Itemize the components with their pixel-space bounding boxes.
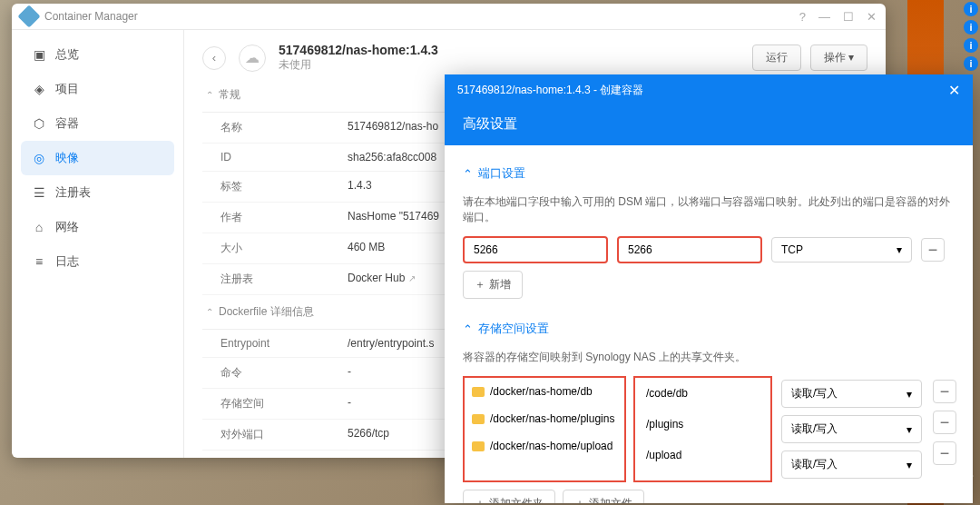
sidebar-item-image[interactable]: ◎映像 [21,141,174,175]
network-icon: ⌂ [32,220,46,234]
mount-path-input[interactable] [637,443,769,467]
detail-label: 对外端口 [220,427,348,442]
external-link-icon[interactable]: ↗ [408,273,416,283]
volume-section-header[interactable]: ⌃存储空间设置 [463,313,955,344]
chevron-down-icon: ▾ [897,243,902,256]
host-folder[interactable]: /docker/nas-home/db [466,381,622,401]
docker-icon: ☁ [239,45,266,72]
sidebar-item-registry[interactable]: ☰注册表 [21,175,174,210]
sidebar-item-label: 注册表 [55,184,91,201]
detail-label: 存储空间 [220,396,348,411]
sidebar-item-network[interactable]: ⌂网络 [21,210,174,244]
info-icon[interactable]: i [964,38,978,53]
detail-value: 5266/tcp [348,427,389,442]
detail-value: sha256:afa8cc008 [348,151,436,163]
detail-value: 1.4.3 [348,179,372,194]
image-title: 517469812/nas-home:1.4.3 [279,43,438,57]
remove-volume-button[interactable]: − [933,441,956,465]
add-port-button[interactable]: ＋ 新增 [463,271,523,299]
sidebar-item-label: 日志 [55,253,79,270]
detail-label: 注册表 [220,272,348,287]
sidebar-item-label: 映像 [55,150,79,166]
chevron-up-icon: ⌃ [463,322,473,336]
detail-value: 460 MB [348,241,385,256]
port-description: 请在本地端口字段中输入可用的 DSM 端口，以将端口与容器端口映射。此处列出的端… [463,194,955,225]
detail-value: /entry/entrypoint.s [348,337,434,350]
titlebar: Container Manager ? — ☐ ✕ [12,4,886,30]
permission-select[interactable]: 读取/写入▾ [781,415,922,443]
remove-volume-button[interactable]: − [933,380,956,403]
cube-icon: ◈ [32,82,46,96]
sidebar-item-project[interactable]: ◈项目 [21,72,174,106]
app-logo-icon [17,5,40,27]
chevron-down-icon: ▾ [906,459,912,471]
chevron-down-icon: ▾ [906,388,912,401]
log-icon: ≡ [32,254,46,269]
mount-path-input[interactable] [637,412,769,436]
add-folder-button[interactable]: ＋ 添加文件夹 [463,490,555,503]
detail-value: Docker Hub↗ [348,272,416,287]
sidebar-item-container[interactable]: ⬡容器 [21,106,174,141]
detail-value: - [348,365,351,381]
chevron-down-icon: ▾ [906,423,912,436]
container-port-input[interactable] [617,236,762,263]
maximize-button[interactable]: ☐ [843,10,854,24]
close-button[interactable]: ✕ [867,10,877,24]
protocol-select[interactable]: TCP▾ [771,237,912,262]
detail-label: 作者 [220,210,348,225]
sidebar-item-label: 总览 [55,46,79,63]
dashboard-icon: ▣ [32,47,46,62]
info-icon[interactable]: i [964,20,978,35]
host-folder[interactable]: /docker/nas-home/upload [466,436,622,456]
host-folder[interactable]: /docker/nas-home/plugins [466,409,622,429]
action-dropdown[interactable]: 操作 ▾ [810,45,867,71]
mount-path-input[interactable] [637,381,769,405]
container-icon: ⬡ [32,116,46,131]
info-icon[interactable]: i [964,56,978,71]
sidebar-item-log[interactable]: ≡日志 [21,244,174,279]
help-button[interactable]: ? [799,10,806,24]
registry-icon: ☰ [32,185,46,200]
add-file-button[interactable]: ＋ 添加文件 [563,490,644,503]
detail-label: 大小 [220,241,348,256]
detail-value: NasHome "517469 [348,210,439,225]
back-button[interactable]: ‹ [202,46,226,70]
folder-icon [472,441,485,451]
port-section-header[interactable]: ⌃端口设置 [463,158,955,189]
chevron-up-icon: ⌃ [463,167,473,181]
modal-title: 517469812/nas-home:1.4.3 - 创建容器 [457,83,643,98]
permission-select[interactable]: 读取/写入▾ [781,380,922,408]
chevron-up-icon: ⌃ [206,90,213,100]
local-port-input[interactable] [463,236,608,263]
remove-volume-button[interactable]: − [933,411,956,434]
image-icon: ◎ [32,151,46,165]
modal-close-button[interactable]: ✕ [948,82,960,99]
folder-icon [472,414,485,424]
detail-label: 名称 [220,120,348,135]
sidebar-item-label: 容器 [55,115,79,132]
detail-label: Entrypoint [220,337,348,350]
detail-label: 标签 [220,179,348,194]
remove-port-button[interactable]: − [921,238,945,262]
create-container-modal: 517469812/nas-home:1.4.3 - 创建容器 ✕ 高级设置 ⌃… [445,74,973,503]
volume-description: 将容器的存储空间映射到 Synology NAS 上的共享文件夹。 [463,350,955,365]
detail-value: 517469812/nas-ho [348,120,438,135]
sidebar-item-overview[interactable]: ▣总览 [21,37,174,72]
sidebar-item-label: 项目 [55,81,79,97]
sidebar: ▣总览 ◈项目 ⬡容器 ◎映像 ☰注册表 ⌂网络 ≡日志 [12,30,184,458]
detail-label: ID [220,151,348,163]
window-title: Container Manager [44,10,138,23]
detail-label: 命令 [220,365,348,381]
detail-value: - [348,396,351,411]
image-status: 未使用 [279,57,438,73]
sidebar-item-label: 网络 [55,219,79,235]
minimize-button[interactable]: — [818,10,830,24]
chevron-up-icon: ⌃ [206,307,213,317]
info-icon[interactable]: i [964,2,978,16]
modal-subtitle: 高级设置 [445,106,973,145]
permission-select[interactable]: 读取/写入▾ [781,451,922,479]
run-button[interactable]: 运行 [752,45,801,71]
folder-icon [472,387,485,397]
